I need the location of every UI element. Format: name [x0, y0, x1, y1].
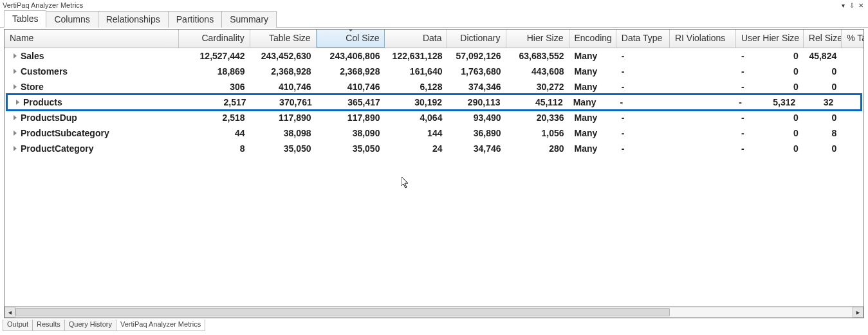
row-name: ProductCategory: [21, 143, 94, 154]
cell-hier-size: 30,272: [506, 82, 569, 92]
cell-dictionary: 290,113: [447, 97, 505, 107]
col-header-data[interactable]: Data: [385, 30, 447, 48]
cell-user-hier-size: -0: [736, 82, 804, 92]
cell-dictionary: 34,746: [447, 143, 506, 154]
cell-col-size: 365,417: [317, 97, 385, 107]
cell-encoding: Many: [569, 128, 616, 138]
tab-tables[interactable]: Tables: [4, 10, 46, 28]
cell-col-size: 38,090: [317, 128, 385, 138]
cell-table-size: 243,452,630: [250, 51, 317, 61]
col-header-hier-size[interactable]: Hier Size: [506, 30, 569, 48]
col-header-dictionary[interactable]: Dictionary: [447, 30, 506, 48]
tab-partitions[interactable]: Partitions: [168, 11, 222, 28]
cell-data: 6,128: [385, 82, 447, 92]
cell-dictionary: 93,490: [447, 113, 506, 123]
table-row[interactable]: Sales12,527,442243,452,630243,406,806122…: [5, 48, 863, 64]
close-icon[interactable]: ✕: [856, 2, 865, 9]
grid-header: Name Cardinality Table Size Col Size Dat…: [5, 30, 863, 48]
cell-col-size: 2,368,928: [317, 66, 385, 77]
table-row[interactable]: Customers18,8692,368,9282,368,928161,640…: [5, 64, 863, 79]
table-row[interactable]: ProductsDup2,518117,890117,8904,06493,49…: [5, 110, 863, 125]
expand-icon[interactable]: [14, 53, 17, 59]
cell-col-size: 410,746: [317, 82, 385, 92]
cell-table-size: 410,746: [250, 82, 317, 92]
col-header-cardinality[interactable]: Cardinality: [179, 30, 250, 48]
cell-user-hier-size: -5,312: [734, 97, 800, 107]
cell-col-size: 35,050: [317, 143, 385, 154]
cell-rel-size: 0: [804, 113, 842, 123]
cell-data: 4,064: [385, 113, 447, 123]
col-header-data-type[interactable]: Data Type: [616, 30, 670, 48]
cell-user-hier-size: -0: [736, 128, 804, 138]
expand-icon[interactable]: [14, 115, 17, 120]
bottom-tab-vertipaq[interactable]: VertiPaq Analyzer Metrics: [116, 320, 205, 331]
grid-body: Sales12,527,442243,452,630243,406,806122…: [5, 48, 863, 306]
scroll-left-icon[interactable]: ◄: [5, 307, 15, 318]
cell-data: 144: [385, 128, 447, 138]
table-row[interactable]: Products2,517370,761365,41730,192290,113…: [6, 93, 862, 111]
col-header-encoding[interactable]: Encoding: [569, 30, 616, 48]
cell-data-type: -: [616, 143, 670, 154]
scrollbar-track[interactable]: [15, 307, 853, 318]
cell-encoding: Many: [569, 82, 616, 92]
cell-encoding: Many: [569, 143, 616, 154]
expand-icon[interactable]: [16, 100, 19, 105]
cell-hier-size: 45,112: [505, 97, 568, 107]
bottom-tab-query-history[interactable]: Query History: [64, 320, 116, 331]
horizontal-scrollbar[interactable]: ◄ ►: [5, 306, 863, 318]
col-header-col-size[interactable]: Col Size: [317, 30, 385, 48]
cell-dictionary: 36,890: [447, 128, 506, 138]
table-row[interactable]: ProductSubcategory4438,09838,09014436,89…: [5, 125, 863, 141]
expand-icon[interactable]: [14, 131, 17, 136]
col-header-table-size[interactable]: Table Size: [250, 30, 317, 48]
cell-dictionary: 1,763,680: [447, 66, 506, 77]
bottom-tab-output[interactable]: Output: [3, 320, 33, 331]
scroll-right-icon[interactable]: ►: [853, 307, 863, 318]
cell-data-type: -: [616, 128, 670, 138]
col-header-name[interactable]: Name: [5, 30, 179, 48]
col-header-ri-violations[interactable]: RI Violations: [670, 30, 736, 48]
cell-hier-size: 443,608: [506, 66, 569, 77]
cell-hier-size: 1,056: [506, 128, 569, 138]
cell-user-hier-size: -0: [736, 113, 804, 123]
cell-encoding: Many: [569, 51, 616, 61]
cell-user-hier-size: -0: [736, 66, 804, 77]
cell-cardinality: 18,869: [179, 66, 250, 77]
bottom-tab-results[interactable]: Results: [32, 320, 65, 331]
cell-col-size: 117,890: [317, 113, 385, 123]
cell-encoding: Many: [569, 66, 616, 77]
tab-columns[interactable]: Columns: [46, 11, 98, 28]
cell-cardinality: 2,517: [181, 97, 252, 107]
cell-data: 122,631,128: [385, 51, 447, 61]
expand-icon[interactable]: [14, 146, 17, 151]
bottom-tabstrip: Output Results Query History VertiPaq An…: [0, 320, 868, 331]
cell-hier-size: 63,683,552: [506, 51, 569, 61]
row-name: ProductsDup: [21, 113, 77, 123]
row-name: Products: [23, 97, 62, 107]
row-name: ProductSubcategory: [21, 128, 109, 138]
scrollbar-thumb[interactable]: [15, 308, 670, 316]
cell-rel-size: 45,824: [804, 51, 842, 61]
cell-table-size: 370,761: [252, 97, 317, 107]
cell-data: 30,192: [385, 97, 447, 107]
pin-icon[interactable]: ⇩: [847, 2, 856, 9]
expand-icon[interactable]: [14, 84, 17, 89]
cell-user-hier-size: -0: [736, 143, 804, 154]
col-header-rel-size[interactable]: Rel Size: [804, 30, 842, 48]
cell-table-size: 117,890: [250, 113, 317, 123]
tab-summary[interactable]: Summary: [221, 11, 277, 28]
tab-relationships[interactable]: Relationships: [98, 11, 169, 28]
titlebar: VertiPaq Analyzer Metrics ▾ ⇩ ✕: [0, 0, 868, 10]
cell-data-type: -: [616, 82, 670, 92]
row-name: Customers: [21, 66, 68, 77]
col-header-pct-table[interactable]: % Ta: [842, 30, 863, 48]
col-header-user-hier-size[interactable]: User Hier Size: [736, 30, 804, 48]
cell-cardinality: 44: [179, 128, 250, 138]
cell-table-size: 2,368,928: [250, 66, 317, 77]
table-row[interactable]: Store306410,746410,7466,128374,34630,272…: [5, 79, 863, 95]
dropdown-icon[interactable]: ▾: [838, 2, 847, 9]
expand-icon[interactable]: [14, 69, 17, 74]
cell-data: 24: [385, 143, 447, 154]
cell-data-type: -: [614, 97, 668, 107]
table-row[interactable]: ProductCategory835,05035,0502434,746280M…: [5, 141, 863, 156]
